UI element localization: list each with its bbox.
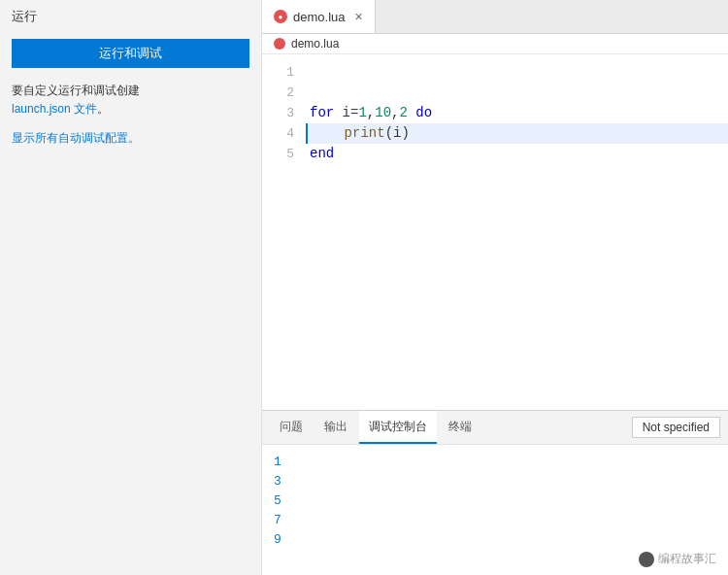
desc-text-1: 要自定义运行和调试创建 bbox=[12, 84, 140, 97]
not-specified-button[interactable]: Not specified bbox=[632, 417, 720, 438]
code-line-5: end bbox=[306, 144, 728, 164]
tab-label: demo.lua bbox=[293, 10, 345, 24]
run-debug-button[interactable]: 运行和调试 bbox=[12, 39, 249, 68]
panel-tab-bar: 问题 输出 调试控制台 终端 Not specified bbox=[262, 411, 728, 445]
tab-close-button[interactable]: × bbox=[354, 9, 362, 24]
code-line-4: print(i) bbox=[306, 123, 728, 144]
tab-debug-console[interactable]: 调试控制台 bbox=[359, 411, 437, 444]
watermark: 编程故事汇 bbox=[639, 551, 716, 567]
watermark-text: 编程故事汇 bbox=[658, 551, 716, 567]
launch-json-link[interactable]: launch.json 文件 bbox=[12, 102, 97, 116]
output-line-9: 9 bbox=[274, 530, 716, 550]
sidebar-header: 运行 bbox=[0, 0, 261, 33]
tab-bar: ● demo.lua × bbox=[262, 0, 728, 34]
output-line-3: 3 bbox=[274, 472, 716, 491]
line-num-5: 5 bbox=[262, 144, 306, 164]
code-line-1 bbox=[306, 62, 728, 83]
file-icon bbox=[274, 38, 285, 50]
output-line-7: 7 bbox=[274, 511, 716, 530]
sidebar-description: 要自定义运行和调试创建 launch.json 文件。 bbox=[0, 74, 261, 126]
output-line-5: 5 bbox=[274, 491, 716, 511]
breadcrumb-filename: demo.lua bbox=[291, 37, 339, 51]
lua-file-icon: ● bbox=[274, 10, 287, 23]
main-editor-area: ● demo.lua × demo.lua 1 2 3 4 5 for i=1,… bbox=[262, 0, 728, 575]
line-numbers: 1 2 3 4 5 bbox=[262, 54, 306, 410]
tab-output[interactable]: 输出 bbox=[314, 411, 357, 444]
line-num-1: 1 bbox=[262, 62, 306, 83]
code-content[interactable]: for i=1,10,2 do print(i) end bbox=[306, 54, 728, 410]
tab-problems[interactable]: 问题 bbox=[270, 411, 313, 444]
line-num-2: 2 bbox=[262, 83, 306, 103]
breadcrumb-bar: demo.lua bbox=[262, 34, 728, 54]
code-editor[interactable]: 1 2 3 4 5 for i=1,10,2 do print(i) end bbox=[262, 54, 728, 410]
watermark-icon bbox=[639, 552, 654, 567]
sidebar: 运行 运行和调试 要自定义运行和调试创建 launch.json 文件。 显示所… bbox=[0, 0, 262, 575]
tab-terminal[interactable]: 终端 bbox=[439, 411, 481, 444]
show-auto-debug-link[interactable]: 显示所有自动调试配置。 bbox=[0, 126, 261, 151]
code-line-3: for i=1,10,2 do bbox=[306, 103, 728, 123]
output-line-1: 1 bbox=[274, 453, 716, 472]
line-num-3: 3 bbox=[262, 103, 306, 123]
code-line-2 bbox=[306, 83, 728, 103]
desc-suffix: 。 bbox=[97, 102, 109, 116]
tab-demo-lua[interactable]: ● demo.lua × bbox=[262, 0, 376, 33]
line-num-4: 4 bbox=[262, 123, 306, 144]
